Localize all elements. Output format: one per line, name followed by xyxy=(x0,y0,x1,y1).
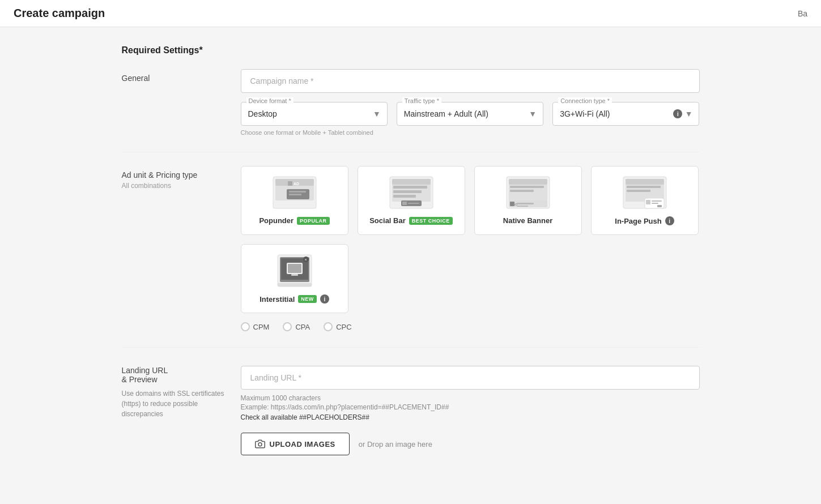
interstitial-badge: NEW xyxy=(298,295,317,303)
svg-rect-33 xyxy=(646,200,650,204)
pricing-cpc[interactable]: CPC xyxy=(324,322,351,331)
ad-unit-native-banner[interactable]: AD Native Banner xyxy=(474,166,582,235)
ad-unit-label: Ad unit & Pricing type xyxy=(122,170,241,180)
traffic-type-label: Traffic type * xyxy=(402,97,441,104)
landing-url-input[interactable] xyxy=(241,366,700,390)
pricing-cpa[interactable]: CPA xyxy=(283,322,310,331)
in-page-push-icon xyxy=(622,176,667,210)
radio-cpc-circle xyxy=(324,322,333,331)
social-bar-badge: BEST CHOICE xyxy=(409,217,453,225)
ad-unit-in-page-push[interactable]: In-Page Push i xyxy=(591,166,699,235)
svg-rect-41 xyxy=(288,264,301,273)
connection-type-info-icon[interactable]: i xyxy=(673,109,682,118)
traffic-type-wrapper: Traffic type * Mainstream + Adult (All) … xyxy=(397,102,543,126)
traffic-type-select[interactable]: Mainstream + Adult (All) Mainstream Adul… xyxy=(397,102,543,126)
url-example-hint: Example: https://ads.com/in.php?placemen… xyxy=(241,403,700,411)
svg-rect-20 xyxy=(510,186,544,188)
page-title: Create campaign xyxy=(14,7,105,20)
landing-url-label: Landing URL & Preview xyxy=(122,366,241,384)
interstitial-icon: × xyxy=(272,254,317,288)
device-format-select[interactable]: Desktop Mobile Tablet Mobile + Tablet xyxy=(241,102,388,126)
svg-rect-30 xyxy=(627,186,661,188)
camera-icon xyxy=(255,439,265,449)
svg-rect-15 xyxy=(402,202,407,205)
pricing-cpm-label: CPM xyxy=(253,323,270,331)
svg-rect-35 xyxy=(652,203,658,204)
connection-type-wrapper: Connection type * 3G+Wi-Fi (All) 3G Wi-F… xyxy=(552,102,699,126)
social-bar-name: Social Bar BEST CHOICE xyxy=(369,216,453,225)
campaign-name-input[interactable] xyxy=(241,69,700,93)
ad-unit-interstitial[interactable]: × Interstitial NEW i xyxy=(241,244,348,313)
pricing-cpa-label: CPA xyxy=(295,323,310,331)
connection-type-label: Connection type * xyxy=(558,97,612,104)
upload-images-button[interactable]: UPLOAD IMAGES xyxy=(241,433,350,455)
svg-text:×: × xyxy=(304,258,307,262)
device-format-wrapper: Device format * Desktop Mobile Tablet Mo… xyxy=(241,102,388,126)
svg-rect-7 xyxy=(289,194,301,195)
svg-rect-25 xyxy=(517,203,534,204)
svg-rect-19 xyxy=(509,179,547,185)
svg-rect-42 xyxy=(291,274,298,276)
svg-rect-29 xyxy=(626,179,664,185)
general-label: General xyxy=(122,74,241,83)
radio-cpm-circle xyxy=(241,322,250,331)
divider-2 xyxy=(122,347,700,348)
ad-unit-popunder[interactable]: AD Popunder POPULAR xyxy=(241,166,348,235)
svg-rect-21 xyxy=(510,190,534,192)
interstitial-name: Interstitial NEW i xyxy=(260,294,329,304)
ad-unit-sublabel: All combinations xyxy=(122,182,241,190)
native-banner-name: Native Banner xyxy=(503,216,552,225)
svg-rect-6 xyxy=(289,191,306,193)
svg-rect-11 xyxy=(393,186,427,189)
pricing-cpm[interactable]: CPM xyxy=(241,322,270,331)
device-format-label: Device format * xyxy=(246,97,293,104)
landing-url-sublabel: Use domains with SSL certificates (https… xyxy=(122,388,241,419)
native-banner-icon: AD xyxy=(505,176,551,210)
svg-rect-13 xyxy=(393,195,416,198)
required-settings-title: Required Settings* xyxy=(122,45,700,55)
svg-rect-45 xyxy=(278,283,312,287)
svg-rect-36 xyxy=(657,205,662,207)
svg-rect-26 xyxy=(517,206,528,207)
ad-units-grid-row2: × Interstitial NEW i xyxy=(241,244,700,313)
pricing-cpc-label: CPC xyxy=(336,323,351,331)
svg-text:AD: AD xyxy=(293,182,299,186)
url-placeholders-link[interactable]: Check all available ##PLACEHOLDERS## xyxy=(241,413,700,421)
in-page-push-name: In-Page Push i xyxy=(615,216,674,225)
ad-units-grid: AD Popunder POPULAR xyxy=(241,166,700,235)
svg-rect-16 xyxy=(408,203,419,204)
svg-rect-10 xyxy=(392,179,431,185)
svg-point-46 xyxy=(258,443,262,446)
radio-cpa-circle xyxy=(283,322,292,331)
popunder-badge: POPULAR xyxy=(297,217,330,225)
popunder-icon: AD xyxy=(272,176,317,210)
drop-text: or Drop an image here xyxy=(359,440,432,449)
divider-1 xyxy=(122,152,700,152)
upload-row: UPLOAD IMAGES or Drop an image here xyxy=(241,433,700,455)
format-hint: Choose one format or Mobile + Tablet com… xyxy=(241,129,700,136)
in-page-push-info-icon[interactable]: i xyxy=(665,216,674,225)
popunder-name: Popunder POPULAR xyxy=(259,216,329,225)
social-bar-icon xyxy=(389,176,434,210)
pricing-row: CPM CPA CPC xyxy=(241,322,700,331)
svg-rect-34 xyxy=(652,200,662,202)
ad-unit-social-bar[interactable]: Social Bar BEST CHOICE xyxy=(358,166,465,235)
back-link[interactable]: Ba xyxy=(798,9,807,18)
svg-rect-31 xyxy=(627,190,650,192)
svg-rect-12 xyxy=(393,190,422,193)
url-max-chars-hint: Maximum 1000 characters xyxy=(241,394,700,402)
interstitial-info-icon[interactable]: i xyxy=(320,294,329,304)
svg-rect-4 xyxy=(288,181,292,186)
